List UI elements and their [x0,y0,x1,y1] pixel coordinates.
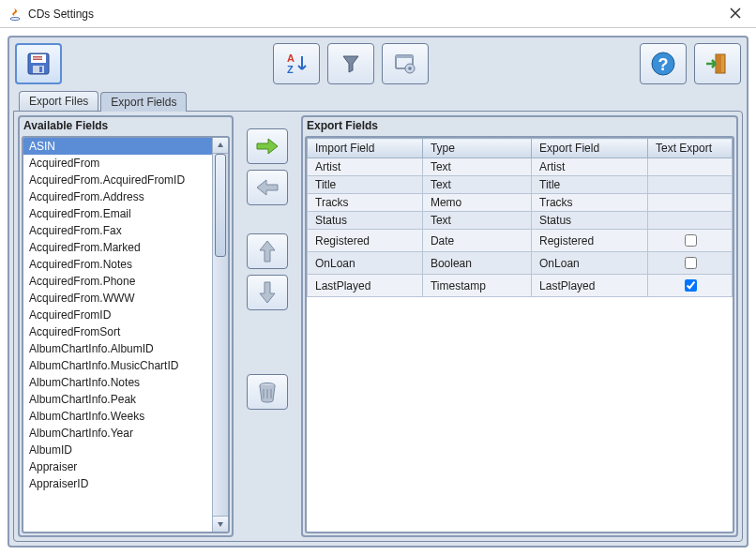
arrow-up-icon [258,239,277,263]
svg-rect-6 [39,67,42,72]
close-button[interactable] [722,6,748,22]
exit-button[interactable] [694,43,741,84]
move-down-button[interactable] [247,275,288,310]
arrow-down-icon [258,280,277,305]
list-item[interactable]: AlbumChartInfo.AlbumID [23,340,228,357]
text-export-checkbox[interactable] [685,234,697,247]
svg-point-12 [408,67,412,70]
list-item[interactable]: AcquiredFrom.Address [23,188,228,205]
export-fields-group: Export Fields Import Field Type Export F… [301,115,738,537]
table-row[interactable]: StatusTextStatus [308,212,733,230]
table-row[interactable]: ArtistTextArtist [308,158,733,176]
tab-export-files[interactable]: Export Files [19,91,98,111]
list-item[interactable]: AlbumChartInfo.Year [23,425,228,442]
col-export-field[interactable]: Export Field [532,139,648,158]
col-text-export[interactable]: Text Export [648,139,733,158]
list-item[interactable]: AcquiredFrom.Email [23,205,228,222]
tab-strip: Export Files Export Fields [13,90,743,111]
export-fields-table[interactable]: Import Field Type Export Field Text Expo… [307,138,733,297]
col-type[interactable]: Type [422,139,531,158]
svg-text:?: ? [658,55,669,74]
scroll-down-button[interactable] [213,516,228,532]
available-fields-list[interactable]: ASINAcquiredFromAcquiredFrom.AcquiredFro… [22,136,230,533]
svg-rect-10 [396,55,413,58]
filter-button[interactable] [327,43,374,84]
exit-door-icon [704,51,731,77]
tab-export-fields[interactable]: Export Fields [100,92,187,112]
page-export-fields: Available Fields ASINAcquiredFromAcquire… [13,111,743,542]
table-row[interactable]: RegisteredDateRegistered [308,230,733,252]
svg-point-0 [10,17,20,20]
svg-text:Z: Z [287,64,294,75]
funnel-icon [338,51,364,77]
list-item[interactable]: AcquiredFrom [23,155,228,172]
list-item[interactable]: AcquiredFrom.Phone [23,273,228,290]
list-item[interactable]: AcquiredFrom.AcquiredFromID [23,172,228,188]
save-button[interactable] [15,43,62,84]
scroll-thumb[interactable] [215,154,226,257]
sort-button[interactable]: A Z [273,43,320,84]
list-item[interactable]: AlbumChartInfo.Weeks [23,408,228,425]
text-export-checkbox[interactable] [685,279,697,292]
add-button[interactable] [247,128,288,164]
scrollbar[interactable] [212,138,228,532]
list-item[interactable]: AcquiredFromSort [23,323,228,340]
export-fields-table-wrap: Import Field Type Export Field Text Expo… [305,136,734,533]
export-fields-legend: Export Fields [303,117,736,134]
help-button[interactable]: ? [640,43,687,84]
available-fields-legend: Available Fields [20,117,232,134]
remove-button[interactable] [247,170,288,205]
list-item[interactable]: AcquiredFrom.WWW [23,290,228,307]
list-item[interactable]: AcquiredFromID [23,307,228,323]
toolbar: A Z [13,41,743,90]
arrow-right-icon [255,137,280,156]
list-item[interactable]: AcquiredFrom.Notes [23,256,228,273]
list-item[interactable]: AlbumID [23,442,228,458]
svg-rect-16 [717,55,721,72]
titlebar: CDs Settings [0,0,756,28]
available-fields-group: Available Fields ASINAcquiredFromAcquire… [18,115,234,537]
svg-rect-3 [33,56,42,58]
table-row[interactable]: LastPlayedTimestampLastPlayed [308,275,733,297]
list-item[interactable]: AcquiredFrom.Marked [23,239,228,256]
window-title: CDs Settings [28,8,722,21]
settings-button[interactable] [382,43,429,84]
sort-az-icon: A Z [283,51,310,77]
transfer-buttons [239,115,295,537]
table-row[interactable]: TracksMemoTracks [308,194,733,212]
arrow-left-icon [255,178,280,197]
list-item[interactable]: AppraiserID [23,475,228,492]
svg-rect-5 [33,66,44,73]
table-row[interactable]: OnLoanBooleanOnLoan [308,252,733,275]
list-item[interactable]: Appraiser [23,458,228,475]
list-item[interactable]: AlbumChartInfo.Peak [23,391,228,408]
java-icon [8,7,23,22]
list-item[interactable]: AlbumChartInfo.MusicChartID [23,357,228,374]
list-item[interactable]: AlbumChartInfo.Notes [23,374,228,391]
help-icon: ? [649,50,677,78]
text-export-checkbox[interactable] [685,257,697,269]
svg-text:A: A [287,52,295,64]
delete-button[interactable] [247,374,288,410]
scroll-up-button[interactable] [213,138,228,154]
trash-icon [257,381,278,403]
svg-rect-4 [33,59,42,61]
list-item[interactable]: AcquiredFrom.Fax [23,222,228,239]
window-gear-icon [392,51,418,77]
col-import-field[interactable]: Import Field [308,139,423,158]
table-row[interactable]: TitleTextTitle [308,176,733,194]
move-up-button[interactable] [247,233,288,269]
list-item[interactable]: ASIN [23,138,228,155]
floppy-icon [25,51,52,77]
close-icon [730,8,741,19]
